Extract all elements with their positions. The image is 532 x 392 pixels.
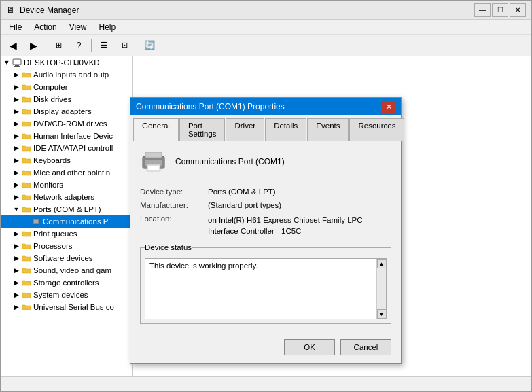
svg-rect-9 <box>148 166 159 170</box>
content-area: ▼ DESKTOP-GHJ0VKD ▶ Audio inputs and out… <box>1 56 531 376</box>
prop-label-manufacturer: Manufacturer: <box>140 201 208 209</box>
toolbar-sep1 <box>46 39 46 52</box>
expand-icon-computer: ▶ <box>12 84 21 90</box>
tree-item-comport[interactable]: Communications P <box>1 215 132 228</box>
toolbar-refresh[interactable]: 🔄 <box>140 37 159 54</box>
scrollbar-down[interactable]: ▼ <box>377 309 387 319</box>
prop-row-manufacturer: Manufacturer: (Standard port types) <box>140 201 391 209</box>
tab-general[interactable]: General <box>133 118 179 141</box>
toolbar-scan[interactable]: ☰ <box>94 37 113 54</box>
expand-icon-dvd: ▶ <box>12 120 21 127</box>
maximize-button[interactable]: ☐ <box>492 3 508 17</box>
folder-icon-network <box>21 192 32 202</box>
tab-resources[interactable]: Resources <box>349 118 404 141</box>
title-bar-left: 🖥 Device Manager <box>6 5 79 15</box>
expand-icon-sound: ▶ <box>12 267 21 274</box>
folder-icon-computer <box>21 82 32 92</box>
expand-icon-display: ▶ <box>12 108 21 115</box>
tree-item-keyboards[interactable]: ▶ Keyboards <box>1 154 132 166</box>
tree-item-monitors[interactable]: ▶ Monitors <box>1 179 132 191</box>
ok-button[interactable]: OK <box>284 339 335 355</box>
device-icon-large <box>140 151 167 173</box>
tree-item-mice[interactable]: ▶ Mice and other pointin <box>1 166 132 179</box>
scrollbar-track <box>377 268 386 309</box>
folder-icon-ide <box>21 143 32 153</box>
tree-item-hid[interactable]: ▶ Human Interface Devic <box>1 130 132 142</box>
minimize-button[interactable]: — <box>474 3 491 17</box>
tree-item-processors[interactable]: ▶ Processors <box>1 240 132 252</box>
device-status-text: This device is working properly. <box>149 262 258 270</box>
menu-help[interactable]: Help <box>94 20 122 34</box>
close-button[interactable]: ✕ <box>510 3 526 17</box>
toolbar-forward[interactable]: ▶ <box>24 37 43 54</box>
folder-icon-sound <box>21 266 32 275</box>
tree-label-comport: Communications P <box>43 217 109 226</box>
tree-item-sound[interactable]: ▶ Sound, video and gam <box>1 264 132 277</box>
folder-icon-disk <box>21 94 32 104</box>
tree-item-root[interactable]: ▼ DESKTOP-GHJ0VKD <box>1 56 132 69</box>
folder-icon-monitors <box>21 180 32 190</box>
tree-item-ports[interactable]: ▼ Ports (COM & LPT) <box>1 203 132 215</box>
expand-icon-print: ▶ <box>12 230 21 237</box>
tree-label-software: Software devices <box>33 254 93 262</box>
tree-label-sound: Sound, video and gam <box>33 266 111 274</box>
tree-item-storage[interactable]: ▶ Storage controllers <box>1 277 132 289</box>
toolbar-view[interactable]: ⊡ <box>115 37 134 54</box>
folder-icon-processors <box>21 241 32 251</box>
expand-icon-usb: ▶ <box>12 304 21 310</box>
tab-port-settings[interactable]: Port Settings <box>179 118 226 141</box>
folder-icon-usb <box>21 302 32 312</box>
expand-icon-audio: ▶ <box>12 71 21 78</box>
tree-label-ide: IDE ATA/ATAPI controll <box>33 144 113 152</box>
tree-item-software[interactable]: ▶ Software devices <box>1 252 132 264</box>
tab-events[interactable]: Events <box>307 118 349 141</box>
svg-rect-1 <box>15 65 19 66</box>
tree-item-dvd[interactable]: ▶ DVD/CD-ROM drives <box>1 118 132 130</box>
dialog-close-button[interactable]: ✕ <box>382 101 395 113</box>
scrollbar-up[interactable]: ▲ <box>377 259 387 268</box>
expand-icon-system: ▶ <box>12 291 21 298</box>
folder-icon-hid <box>21 131 32 141</box>
folder-icon-audio <box>21 70 32 79</box>
toolbar-back[interactable]: ◀ <box>3 37 22 54</box>
menu-file[interactable]: File <box>3 20 27 34</box>
tree-label-ports: Ports (COM & LPT) <box>33 205 101 213</box>
tree-label-keyboards: Keyboards <box>33 156 71 164</box>
expand-icon-ports: ▼ <box>12 206 21 213</box>
tree-item-computer[interactable]: ▶ Computer <box>1 81 132 93</box>
menu-action[interactable]: Action <box>29 20 62 34</box>
svg-rect-0 <box>13 59 21 65</box>
toolbar-properties[interactable]: ⊞ <box>49 37 68 54</box>
device-status-group: Device status This device is working pro… <box>140 243 391 324</box>
computer-icon <box>12 58 22 67</box>
toolbar-help[interactable]: ? <box>69 37 88 54</box>
device-icon-comport <box>31 217 41 226</box>
menu-view[interactable]: View <box>64 20 92 34</box>
expand-icon-monitors: ▶ <box>12 181 21 188</box>
tree-item-disk[interactable]: ▶ Disk drives <box>1 93 132 105</box>
tree-item-system[interactable]: ▶ System devices <box>1 289 132 301</box>
dialog-title-text: Communications Port (COM1) Properties <box>136 102 285 111</box>
tree-item-print[interactable]: ▶ Print queues <box>1 228 132 240</box>
folder-icon-ports <box>21 204 32 214</box>
prop-label-location: Location: <box>140 215 208 223</box>
device-status-legend: Device status <box>145 243 192 251</box>
tree-item-network[interactable]: ▶ Network adapters <box>1 191 132 203</box>
tab-details[interactable]: Details <box>265 118 306 141</box>
status-scrollbar[interactable]: ▲ ▼ <box>376 259 386 319</box>
expand-icon-hid: ▶ <box>12 132 21 139</box>
prop-row-device-type: Device type: Ports (COM & LPT) <box>140 188 391 196</box>
tree-item-audio[interactable]: ▶ Audio inputs and outp <box>1 69 132 81</box>
tree-panel[interactable]: ▼ DESKTOP-GHJ0VKD ▶ Audio inputs and out… <box>1 56 133 376</box>
expand-icon-keyboards: ▶ <box>12 157 21 164</box>
cancel-button[interactable]: Cancel <box>340 339 391 355</box>
tab-driver[interactable]: Driver <box>226 118 264 141</box>
tabs-bar: General Port Settings Driver Details Eve… <box>130 115 401 141</box>
tree-item-ide[interactable]: ▶ IDE ATA/ATAPI controll <box>1 142 132 154</box>
tree-label-root: DESKTOP-GHJ0VKD <box>24 58 100 67</box>
tree-label-usb: Universal Serial Bus co <box>33 303 114 311</box>
tree-label-mice: Mice and other pointin <box>33 168 110 177</box>
tree-item-display[interactable]: ▶ Display adapters <box>1 105 132 118</box>
expand-icon-processors: ▶ <box>12 243 21 249</box>
tree-item-usb[interactable]: ▶ Universal Serial Bus co <box>1 301 132 313</box>
